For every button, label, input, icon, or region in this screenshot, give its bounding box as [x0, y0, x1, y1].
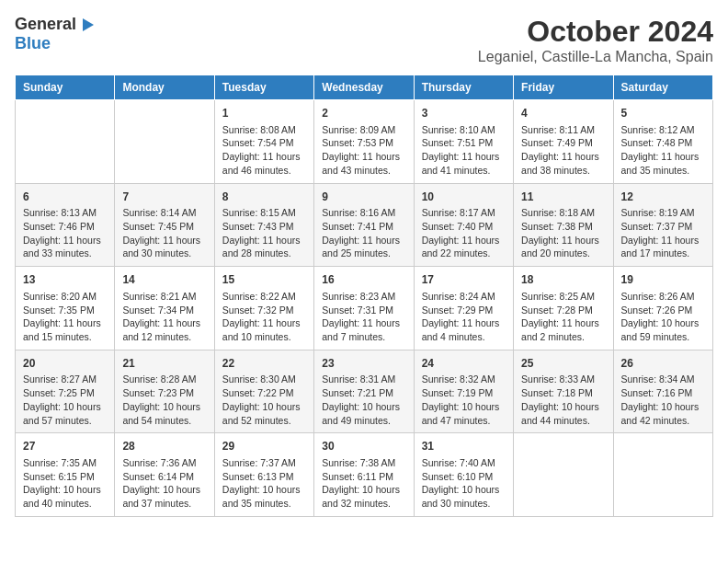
- day-number: 17: [422, 272, 506, 288]
- calendar-day-cell: 13Sunrise: 8:20 AMSunset: 7:35 PMDayligh…: [16, 267, 115, 350]
- day-info: Sunrise: 8:18 AM: [521, 206, 605, 220]
- day-number: 22: [222, 356, 306, 372]
- day-info: Sunset: 7:40 PM: [422, 220, 506, 234]
- day-info: Sunrise: 8:28 AM: [122, 373, 206, 386]
- calendar-day-cell: 12Sunrise: 8:19 AMSunset: 7:37 PMDayligh…: [613, 183, 712, 267]
- day-info: Sunset: 7:54 PM: [222, 136, 306, 150]
- day-info: Sunrise: 7:38 AM: [322, 456, 405, 470]
- day-number: 20: [23, 356, 107, 372]
- day-info: Sunset: 6:10 PM: [422, 470, 506, 484]
- day-number: 24: [422, 356, 506, 372]
- day-number: 3: [422, 106, 506, 121]
- day-number: 13: [23, 272, 107, 288]
- day-info: Daylight: 10 hours and 40 minutes.: [23, 483, 107, 510]
- calendar-day-cell: [613, 433, 712, 517]
- calendar-day-cell: 18Sunrise: 8:25 AMSunset: 7:28 PMDayligh…: [514, 267, 613, 350]
- day-of-week-header: Sunday: [16, 75, 115, 100]
- day-info: Daylight: 10 hours and 47 minutes.: [422, 400, 506, 427]
- day-info: Daylight: 10 hours and 49 minutes.: [322, 400, 405, 427]
- calendar-day-cell: 17Sunrise: 8:24 AMSunset: 7:29 PMDayligh…: [414, 267, 513, 350]
- calendar-subtitle: Leganiel, Castille-La Mancha, Spain: [478, 49, 713, 65]
- day-info: Sunset: 7:49 PM: [521, 136, 605, 150]
- day-info: Sunrise: 8:09 AM: [322, 123, 405, 137]
- day-info: Sunset: 7:23 PM: [122, 386, 206, 400]
- day-info: Sunrise: 8:17 AM: [422, 206, 506, 220]
- day-info: Daylight: 10 hours and 52 minutes.: [222, 400, 306, 427]
- calendar-day-cell: 31Sunrise: 7:40 AMSunset: 6:10 PMDayligh…: [414, 433, 513, 517]
- day-info: Daylight: 10 hours and 42 minutes.: [621, 400, 705, 427]
- calendar-day-cell: 7Sunrise: 8:14 AMSunset: 7:45 PMDaylight…: [115, 183, 214, 267]
- day-info: Sunrise: 8:26 AM: [621, 290, 705, 304]
- calendar-day-cell: 22Sunrise: 8:30 AMSunset: 7:22 PMDayligh…: [214, 350, 313, 433]
- calendar-week-row: 13Sunrise: 8:20 AMSunset: 7:35 PMDayligh…: [16, 267, 713, 350]
- day-info: Sunrise: 8:11 AM: [521, 123, 605, 137]
- day-number: 31: [422, 439, 506, 454]
- calendar-day-cell: 30Sunrise: 7:38 AMSunset: 6:11 PMDayligh…: [314, 433, 414, 517]
- day-info: Sunrise: 8:27 AM: [23, 373, 107, 386]
- day-info: Sunset: 7:43 PM: [222, 220, 306, 234]
- day-info: Daylight: 10 hours and 54 minutes.: [122, 400, 206, 427]
- day-info: Sunset: 7:26 PM: [621, 304, 705, 317]
- day-info: Sunrise: 8:25 AM: [521, 290, 605, 304]
- day-info: Sunset: 7:22 PM: [222, 386, 306, 400]
- calendar-day-cell: [16, 100, 115, 184]
- day-info: Sunrise: 8:15 AM: [222, 206, 306, 220]
- calendar-week-row: 27Sunrise: 7:35 AMSunset: 6:15 PMDayligh…: [16, 433, 713, 517]
- day-info: Sunset: 7:51 PM: [422, 136, 506, 150]
- day-info: Sunrise: 8:22 AM: [222, 290, 306, 304]
- day-info: Sunrise: 8:34 AM: [621, 373, 705, 386]
- day-number: 26: [621, 356, 705, 372]
- day-number: 5: [621, 106, 705, 121]
- day-info: Sunset: 7:18 PM: [521, 386, 605, 400]
- day-info: Sunset: 7:48 PM: [621, 136, 705, 150]
- day-number: 2: [322, 106, 405, 121]
- day-info: Daylight: 11 hours and 22 minutes.: [422, 234, 506, 260]
- day-number: 7: [122, 190, 206, 205]
- day-number: 19: [621, 272, 705, 288]
- day-info: Sunrise: 7:37 AM: [222, 456, 306, 470]
- day-number: 23: [322, 356, 405, 372]
- calendar-day-cell: 5Sunrise: 8:12 AMSunset: 7:48 PMDaylight…: [613, 100, 712, 184]
- logo-general: General: [15, 15, 76, 34]
- day-info: Daylight: 11 hours and 20 minutes.: [521, 234, 605, 260]
- day-info: Sunrise: 8:16 AM: [322, 206, 405, 220]
- calendar-day-cell: 28Sunrise: 7:36 AMSunset: 6:14 PMDayligh…: [115, 433, 214, 517]
- day-info: Sunrise: 8:10 AM: [422, 123, 506, 137]
- day-info: Sunrise: 8:23 AM: [322, 290, 405, 304]
- day-info: Sunrise: 8:24 AM: [422, 290, 506, 304]
- day-number: 29: [222, 439, 306, 454]
- day-number: 4: [521, 106, 605, 121]
- day-info: Sunset: 7:37 PM: [621, 220, 705, 234]
- day-of-week-header: Monday: [115, 75, 214, 100]
- day-number: 11: [521, 190, 605, 205]
- day-info: Sunset: 6:14 PM: [122, 470, 206, 484]
- day-info: Sunset: 7:38 PM: [521, 220, 605, 234]
- day-info: Sunrise: 8:08 AM: [222, 123, 306, 137]
- calendar-day-cell: 19Sunrise: 8:26 AMSunset: 7:26 PMDayligh…: [613, 267, 712, 350]
- day-info: Sunset: 7:25 PM: [23, 386, 107, 400]
- day-number: 30: [322, 439, 405, 454]
- day-number: 25: [521, 356, 605, 372]
- day-info: Sunrise: 8:19 AM: [621, 206, 705, 220]
- day-info: Daylight: 11 hours and 17 minutes.: [621, 234, 705, 260]
- day-of-week-header: Tuesday: [214, 75, 313, 100]
- day-info: Daylight: 11 hours and 15 minutes.: [23, 316, 107, 343]
- day-info: Daylight: 10 hours and 35 minutes.: [222, 483, 306, 510]
- day-info: Sunset: 7:32 PM: [222, 304, 306, 317]
- day-info: Sunset: 7:34 PM: [122, 304, 206, 317]
- calendar-day-cell: 3Sunrise: 8:10 AMSunset: 7:51 PMDaylight…: [414, 100, 513, 184]
- day-info: Sunset: 7:35 PM: [23, 304, 107, 317]
- logo: General Blue: [15, 15, 95, 53]
- calendar-day-cell: [115, 100, 214, 184]
- calendar-day-cell: 29Sunrise: 7:37 AMSunset: 6:13 PMDayligh…: [214, 433, 313, 517]
- day-of-week-header: Wednesday: [314, 75, 414, 100]
- day-info: Sunset: 6:13 PM: [222, 470, 306, 484]
- day-info: Daylight: 11 hours and 33 minutes.: [23, 234, 107, 260]
- day-of-week-header: Thursday: [414, 75, 513, 100]
- day-info: Daylight: 11 hours and 35 minutes.: [621, 150, 705, 177]
- day-number: 9: [322, 190, 405, 205]
- day-info: Daylight: 10 hours and 32 minutes.: [322, 483, 405, 510]
- calendar-day-cell: 6Sunrise: 8:13 AMSunset: 7:46 PMDaylight…: [16, 183, 115, 267]
- day-info: Sunset: 7:29 PM: [422, 304, 506, 317]
- calendar-day-cell: 9Sunrise: 8:16 AMSunset: 7:41 PMDaylight…: [314, 183, 414, 267]
